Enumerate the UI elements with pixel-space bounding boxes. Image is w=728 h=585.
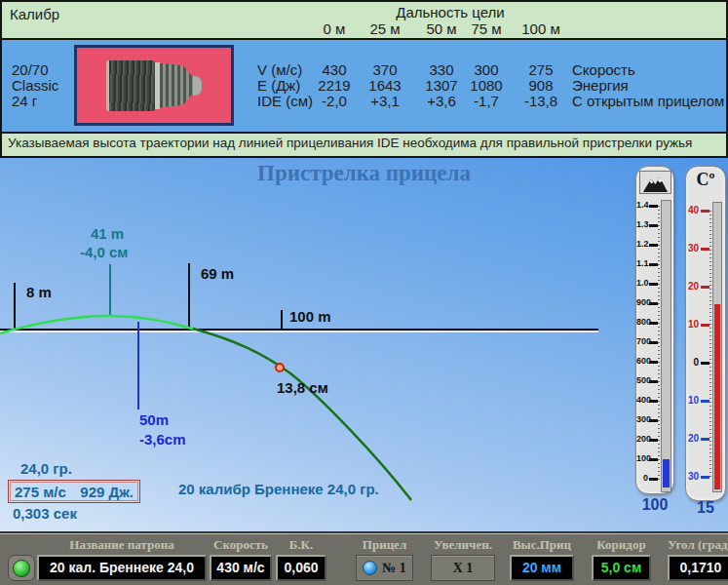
distance-col: 100 м: [514, 20, 568, 37]
gauge-tick-label: 30: [686, 471, 699, 482]
tick-100m: [281, 310, 283, 331]
chart-title: Пристрелка прицела: [0, 161, 728, 186]
impact-point-marker: [276, 364, 284, 371]
table-cell: -2,0: [307, 93, 362, 109]
gauge-tick-label: 1.4: [636, 200, 648, 210]
gauge-tick-label: 700: [636, 336, 648, 346]
ballistics-data-panel: 20/70 Classic 24 г V (м/с) E (Дж) IDE (с…: [0, 40, 728, 134]
gauge-tick-label: 10: [686, 395, 699, 406]
bc-label: Б.К.: [276, 537, 326, 553]
velocity-energy-box: 275 м/с 929 Дж.: [8, 480, 140, 503]
gauge-tick-label: 20: [686, 433, 699, 444]
gauge-tick-label: 600: [636, 356, 648, 366]
gauge-tick-label: 0: [686, 357, 699, 368]
tick-41m: [109, 264, 111, 317]
altitude-gauge[interactable]: 1.41.31.21.11.09008007006005004003002001…: [635, 166, 674, 494]
status-led-button[interactable]: [8, 555, 35, 581]
gauge-tick-label: 30: [686, 243, 699, 254]
gauge-tick-label: 1.1: [636, 258, 648, 268]
table-cell: 1080: [459, 77, 514, 94]
cartridge-name-field[interactable]: 20 кал. Бреннеке 24,0: [37, 555, 207, 581]
table-cell: +3,1: [358, 93, 412, 109]
mountain-icon: [639, 171, 671, 194]
altitude-tube[interactable]: [661, 200, 671, 492]
magnification-label: Увеличен.: [431, 537, 495, 553]
row-label-velocity: V (м/с): [257, 61, 302, 78]
gauge-tick: [701, 438, 709, 441]
gauge-tick-label: 1.2: [636, 239, 648, 249]
terminal-energy: 929 Дж.: [80, 484, 134, 500]
cartridge-line: 20/70: [12, 61, 49, 78]
corridor-field[interactable]: 5,0 см: [592, 555, 651, 581]
sight-height-label: Выс.Приц: [510, 537, 574, 553]
distance-title: Дальность цели: [333, 4, 567, 20]
bc-field[interactable]: 0,060: [276, 555, 326, 581]
corridor-label: Коридор: [592, 537, 651, 553]
caliber-label: Калибр: [10, 6, 59, 22]
table-cell: -13,8: [514, 93, 568, 109]
blue-led-icon: [363, 561, 377, 575]
gauge-tick-label: 100: [636, 453, 648, 463]
gauge-tick: [701, 476, 709, 479]
info-bar: Указываемая высота траектории над линией…: [0, 134, 728, 158]
gauge-tick-label: 800: [636, 317, 648, 327]
label-69m: 69 m: [201, 265, 234, 282]
table-cell: 275: [514, 61, 568, 78]
distance-col: 0 м: [307, 20, 362, 37]
speed-label: Скорость: [210, 537, 272, 553]
sight-number: № 1: [382, 561, 406, 576]
label-100m: 100 m: [289, 308, 331, 325]
altitude-value: 100: [635, 496, 674, 514]
gauge-tick: [701, 324, 709, 327]
gauge-tick: [701, 286, 709, 289]
gauge-tick: [649, 224, 658, 227]
gauge-tick-label: 1.3: [636, 219, 648, 229]
cartridge-name-label: Название патрона: [37, 537, 207, 553]
table-cell: 2219: [307, 77, 362, 94]
minor-ticks: [658, 206, 660, 481]
label-50m: 50m: [139, 411, 169, 428]
cartridge-caption: 20 калибр Бреннеке 24,0 гр.: [178, 481, 379, 497]
row-desc-energy: Энергия: [572, 77, 629, 94]
gauge-tick-label: 400: [636, 395, 648, 405]
table-cell: 1643: [358, 77, 412, 94]
gauge-tick-label: 200: [636, 434, 648, 444]
row-label-ide: IDE (см): [257, 93, 313, 109]
temperature-tube[interactable]: [712, 202, 722, 492]
cartridge-line: Classic: [12, 77, 58, 94]
distance-col: 75 м: [459, 20, 514, 37]
magnification-selector[interactable]: Х 1: [431, 555, 495, 581]
label-50m-drop: -3,6cm: [139, 431, 186, 448]
table-header: Калибр Дальность цели 0 м 25 м 50 м 75 м…: [0, 0, 728, 40]
drop-line-50m: [137, 322, 139, 410]
table-cell: 370: [358, 61, 412, 78]
gauge-tick: [649, 283, 658, 286]
gauge-tick-label: 20: [686, 281, 699, 292]
trajectory-curve: [0, 158, 728, 531]
trajectory-chart: Пристрелка прицела 8 m 41 m -4,0 см 69 m…: [0, 158, 728, 531]
info-text: Указываемая высота траектории над линией…: [8, 136, 692, 150]
flight-time: 0,303 сек: [13, 505, 77, 522]
sight-label: Прицел: [356, 537, 413, 553]
temperature-fill: [714, 304, 720, 489]
gauge-tick-label: 40: [686, 205, 699, 215]
table-cell: -1,7: [459, 93, 514, 109]
sight-height-field[interactable]: 20 мм: [510, 555, 574, 581]
cartridge-photo: [74, 45, 234, 126]
angle-field[interactable]: 0,1710: [668, 555, 728, 581]
minor-ticks: [709, 211, 711, 478]
speed-field[interactable]: 430 м/с: [210, 555, 272, 581]
sight-selector[interactable]: № 1: [356, 555, 413, 581]
table-cell: 430: [307, 61, 362, 78]
gauge-tick-label: 0: [636, 473, 648, 483]
temperature-gauge[interactable]: Cº 403020100102030: [685, 166, 726, 501]
temperature-value: 15: [686, 499, 725, 517]
gauge-tick: [701, 210, 709, 213]
label-41m: 41 m: [91, 225, 124, 242]
row-label-energy: E (Дж): [257, 77, 300, 94]
bullet-mass: 24,0 гр.: [20, 460, 72, 477]
gauge-tick: [701, 248, 709, 251]
sight-line: [0, 329, 598, 331]
altitude-fill: [663, 459, 670, 488]
celsius-unit-label: Cº: [686, 170, 725, 190]
